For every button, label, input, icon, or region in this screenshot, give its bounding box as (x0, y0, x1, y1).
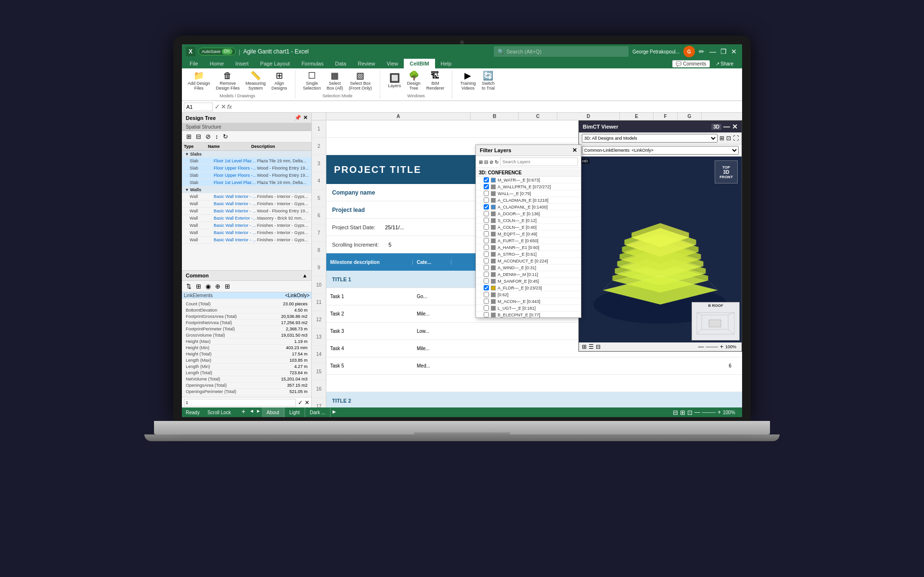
autosave-badge[interactable]: AutoSave On (198, 48, 236, 55)
sheet-tab-light[interactable]: Light (284, 407, 305, 417)
layer-item[interactable]: WALL—_E [0:79] (476, 190, 581, 197)
table-icon[interactable]: ⊟ (596, 343, 601, 350)
user-avatar[interactable]: G (683, 46, 695, 57)
col-header-d[interactable]: D (557, 113, 620, 120)
tree-row[interactable]: Wall Basic Wall Interior - 4 T... Finish… (182, 236, 311, 244)
layer-check[interactable] (484, 272, 489, 277)
expand-all-icon[interactable]: ⊞ (223, 282, 231, 290)
nav-right-icon[interactable]: ▸ (331, 407, 338, 417)
restore-button[interactable]: ❐ (719, 47, 728, 56)
zoom-plus-icon[interactable]: + (720, 343, 723, 350)
scroll-tabs-left[interactable]: ◂ (248, 407, 255, 417)
link-elements-row[interactable]: LinkElements <LinkOnly> (182, 292, 311, 299)
copy-icon[interactable]: ⊞ (194, 282, 203, 290)
bim-renderer-button[interactable]: 🏗 BIMRenderer (424, 70, 447, 92)
collapse-tree-icon[interactable]: ⊟ (194, 132, 203, 141)
switch-trial-button[interactable]: 🔄 Switchto Trial (479, 70, 497, 92)
comments-button[interactable]: 💬 Comments (672, 60, 709, 67)
tree-row[interactable]: Slab Floor Upper Floors - Carp... Wood -… (182, 165, 311, 172)
col-header-f[interactable]: F (654, 113, 678, 120)
tab-formulas[interactable]: Formulas (295, 59, 329, 68)
sort-asc-icon[interactable]: ⇅ (185, 282, 193, 290)
col-header-g[interactable]: G (678, 113, 702, 120)
layers-button[interactable]: 🔲 Layers (386, 73, 403, 89)
layer-item[interactable]: M_SANFOR_E [0:45] (476, 278, 581, 285)
layer-item[interactable]: A_COLN—_E [0:40] (476, 224, 581, 231)
close-button[interactable]: ✕ (730, 47, 738, 56)
search-layers-input[interactable] (500, 157, 578, 166)
layer-item[interactable]: A_WALLPRTN_E [072/272] (476, 184, 581, 190)
close-panel-icon[interactable]: ✕ (303, 115, 308, 121)
layer-check[interactable] (484, 265, 489, 270)
layer-item[interactable]: M_EQPT—_E [0:49] (476, 231, 581, 237)
layer-item[interactable]: M_ACONDUCT_E [0:224] (476, 258, 581, 264)
panel-edit-input[interactable] (184, 399, 296, 407)
remove-design-button[interactable]: 🗑 RemoveDesign Files (214, 70, 242, 92)
toggle-none-icon[interactable]: ⊟ (484, 159, 488, 165)
tab-file[interactable]: File (184, 59, 204, 68)
layer-check[interactable] (484, 177, 489, 183)
layer-item[interactable]: A_CLADPANL_E [0:1400] (476, 204, 581, 210)
share-button[interactable]: ↗ Share (713, 61, 736, 67)
expand-tree-icon[interactable]: ⊞ (185, 132, 193, 141)
select-box-all-button[interactable]: ▦ SelectBox (All) (325, 70, 345, 92)
add-sheet-icon[interactable]: + (239, 407, 248, 417)
filter-tree-icon[interactable]: ⊘ (204, 132, 212, 141)
layer-check[interactable] (484, 204, 489, 210)
layer-item[interactable]: A_HANR—_E1 [0:60] (476, 244, 581, 251)
viewer-close-icon[interactable]: ✕ (732, 123, 738, 131)
layer-check[interactable] (484, 299, 489, 304)
layer-item[interactable]: A_DENM—_M [0:11] (476, 271, 581, 278)
fullscreen-icon[interactable]: ⛶ (733, 135, 739, 142)
sheet-tab-about[interactable]: About (262, 407, 284, 417)
zoom-slider[interactable]: ──── (706, 344, 718, 349)
cancel-edit-icon[interactable]: ✕ (305, 399, 309, 406)
layer-check[interactable] (484, 305, 489, 311)
minimize-button[interactable]: — (708, 47, 717, 56)
refresh-tree-icon[interactable]: ↻ (221, 132, 230, 141)
layer-check[interactable] (484, 251, 489, 257)
formula-input[interactable] (234, 104, 740, 110)
layer-check[interactable] (484, 285, 489, 290)
close-dialog-icon[interactable]: ✕ (572, 147, 577, 154)
tab-page-layout[interactable]: Page Layout (255, 59, 296, 68)
grid-view-icon[interactable]: ⊞ (719, 135, 724, 142)
view-icon[interactable]: ◉ (204, 282, 212, 290)
tree-row[interactable]: Slab Floor 1st Level Plaza 3/... Plaza T… (182, 179, 311, 186)
settings-icon[interactable]: ⊕ (214, 282, 222, 290)
toggle-all-icon[interactable]: ⊞ (479, 159, 483, 165)
layer-item[interactable]: [0:62] (476, 291, 581, 298)
layer-item[interactable]: B_ELECPNT_E [0:77] (476, 312, 581, 317)
tab-view[interactable]: View (381, 59, 404, 68)
viewer-minimize-icon[interactable]: — (723, 123, 730, 131)
sheet-tab-dark[interactable]: Dark ... (305, 407, 331, 417)
layer-item[interactable]: M_WATR—_E [0:673] (476, 177, 581, 184)
check-icon[interactable]: ✓ (298, 399, 303, 406)
layer-check[interactable] (484, 278, 489, 284)
view-page-icon[interactable]: ⊞ (680, 409, 685, 416)
single-selection-button[interactable]: ☐ SingleSelection (301, 70, 323, 92)
search-bar[interactable]: 🔍 Search (Alt+Q) (494, 46, 629, 57)
tab-help[interactable]: Help (435, 59, 458, 68)
tree-row[interactable]: Wall Basic Wall Interior - Bric... Wood … (182, 208, 311, 215)
zoom-plus-status[interactable]: + (718, 409, 721, 416)
layer-check[interactable] (484, 312, 489, 317)
layer-item[interactable]: A_DOOR—_E [0:136] (476, 210, 581, 217)
tab-insert[interactable]: Insert (230, 59, 255, 68)
layer-item[interactable]: A_FLDR—_E [0:23/23] (476, 285, 581, 291)
view-normal-icon[interactable]: ⊟ (673, 409, 678, 416)
view-preview-icon[interactable]: ⊡ (687, 409, 693, 416)
tab-cellbim[interactable]: CellBIM (404, 59, 435, 68)
viewer-design-select[interactable]: 3D: All Designs and Models (582, 134, 718, 143)
layer-check[interactable] (484, 238, 489, 243)
zoom-minus-icon[interactable]: — (698, 343, 704, 350)
layer-check[interactable] (484, 245, 489, 250)
tree-row[interactable]: Wall Basic Wall Interior - 4 T... Finish… (182, 200, 311, 208)
layer-item[interactable]: A_WIND—_E [0:31] (476, 264, 581, 271)
align-designs-button[interactable]: ⊞ AlignDesigns (270, 70, 289, 92)
layer-check[interactable] (484, 211, 489, 216)
col-header-a[interactable]: A (326, 113, 471, 120)
tree-row[interactable]: Wall Basic Wall Interior - 4 T... Finish… (182, 222, 311, 229)
layer-check[interactable] (484, 292, 489, 297)
col-header-e[interactable]: E (620, 113, 654, 120)
